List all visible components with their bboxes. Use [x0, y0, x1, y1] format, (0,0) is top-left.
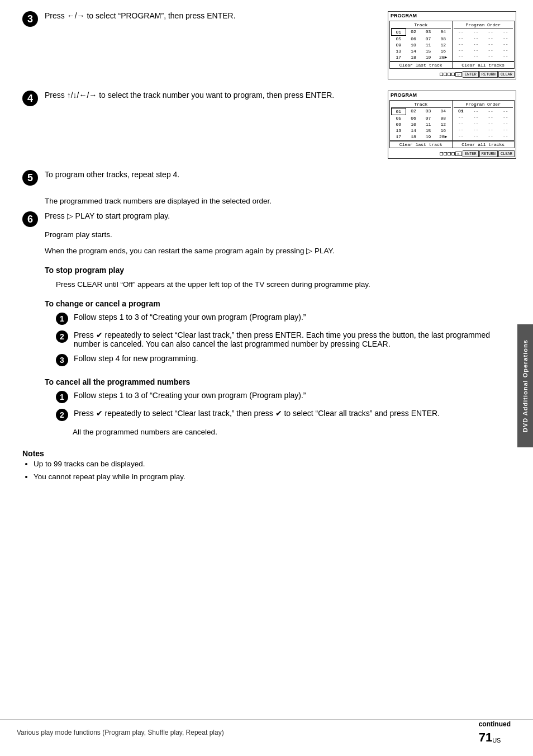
track-19: 19: [421, 54, 436, 60]
step4-left: 4 Press ↑/↓/←/→ to select the track numb…: [22, 91, 371, 106]
step6-sub2: When the program ends, you can restart t…: [45, 245, 516, 257]
change-cancel-step1-num: 1: [56, 313, 68, 325]
step5-text: To program other tracks, repeat step 4.: [45, 170, 179, 179]
o18: --: [468, 53, 483, 59]
track2-15: 15: [421, 127, 436, 134]
track2-18: 18: [406, 134, 421, 140]
track-14: 14: [406, 48, 421, 54]
step4-content: Press ↑/↓/←/→ to select the track number…: [45, 91, 371, 100]
ctrl-dot4: [451, 73, 455, 76]
footer-text: Various play mode functions (Program pla…: [17, 729, 224, 736]
program-box2-header: Track 01 02 03 04 05 06 07 08 09: [390, 101, 514, 141]
ctrl-dot2-2: [444, 152, 447, 155]
track-06: 06: [406, 36, 421, 42]
cancel-all-sub: All the programmed numbers are canceled.: [73, 427, 516, 438]
cancel-all-step2: 2 Press ✔ repeatedly to select “Clear la…: [56, 409, 516, 421]
order2-d5: --: [468, 114, 483, 120]
cancel-all-step1-text: Follow steps 1 to 3 of “Creating your ow…: [74, 391, 516, 400]
change-cancel-step3: 3 Follow step 4 for new programming.: [56, 354, 516, 366]
order2-d7: --: [498, 114, 513, 120]
track-09: 09: [391, 42, 406, 48]
track2-07: 07: [421, 115, 436, 121]
order2-d17: --: [468, 133, 483, 139]
track2-16: 16: [436, 127, 451, 134]
o16: --: [498, 47, 513, 53]
step4-wrapper: 4 Press ↑/↓/←/→ to select the track numb…: [22, 91, 516, 159]
step5-number: 5: [22, 170, 38, 186]
note-item-2: You cannot repeat play while in program …: [34, 471, 516, 484]
track2-04: 04: [436, 108, 451, 115]
program-display-2: PROGRAM Track 01 02 03 04 05 06: [388, 91, 516, 159]
program-box2-title: PROGRAM: [388, 91, 516, 99]
ctrl-enter2: ENTER: [463, 150, 479, 157]
step4-number: 4: [22, 91, 38, 106]
change-cancel-step2-text: Press ✔ repeatedly to select “Clear last…: [74, 330, 516, 348]
o4: --: [498, 29, 513, 35]
order2-d12: --: [454, 126, 469, 133]
cancel-all-step1: 1 Follow steps 1 to 3 of “Creating your …: [56, 391, 516, 403]
track-08: 08: [436, 36, 451, 42]
o9: --: [454, 41, 469, 47]
ctrl-dot3: [448, 73, 451, 76]
track-01: 01: [391, 29, 406, 36]
step6-text: Press ▷ PLAY to start program play.: [45, 211, 170, 220]
page-container: 3 Press ←/→ to select “PROGRAM”, then pr…: [0, 0, 533, 756]
track2-03: 03: [421, 108, 436, 115]
track-15: 15: [421, 48, 436, 54]
track2-06: 06: [406, 115, 421, 121]
clear-all-tracks2: Clear all tracks: [453, 141, 515, 148]
o1: --: [454, 29, 469, 35]
order2-d16: --: [454, 133, 469, 139]
order2-01: 01: [454, 108, 469, 114]
track2-05: 05: [391, 115, 406, 121]
program-box1-header: Track 01 02 03 04 05 06 07 08 09: [390, 21, 514, 62]
change-cancel-step2-num: 2: [56, 330, 68, 343]
order2-d1: --: [468, 108, 483, 114]
program-order-section2: Program Order 01 -- -- -- -- -- -- -- --: [453, 101, 515, 140]
track-03: 03: [421, 29, 436, 36]
track-02: 02: [406, 29, 421, 36]
change-cancel-step1-text: Follow steps 1 to 3 of “Creating your ow…: [74, 313, 516, 322]
program-controls1: ▷ ENTER RETURN CLEAR: [388, 70, 516, 79]
o17: --: [454, 53, 469, 59]
order2-d10: --: [483, 120, 498, 126]
cancel-all-step2-num: 2: [56, 409, 68, 421]
note-item-1: Up to 99 tracks can be displayed.: [34, 458, 516, 471]
track2-09: 09: [391, 121, 406, 127]
continued-label: continued: [479, 720, 511, 728]
track2-17: 17: [391, 134, 406, 140]
program-order-section: Program Order -- -- -- -- -- -- -- -- --: [453, 21, 515, 61]
ctrl-dot2-3: [448, 152, 451, 155]
order-header: Program Order: [454, 22, 513, 29]
order2-d19: --: [498, 133, 513, 139]
order-header2: Program Order: [454, 101, 513, 108]
track-16: 16: [436, 48, 451, 54]
page-number-box: 71 US: [479, 730, 511, 745]
track-07: 07: [421, 36, 436, 42]
track-header: Track: [391, 22, 451, 29]
ctrl-dots2: [440, 152, 455, 155]
o10: --: [468, 41, 483, 47]
track2-12: 12: [436, 121, 451, 127]
order2-d3: --: [498, 108, 513, 114]
step6-wrapper: 6 Press ▷ PLAY to start program play.: [22, 211, 516, 227]
program-box2-inner: Track 01 02 03 04 05 06 07 08 09: [389, 100, 515, 148]
track2-01: 01: [391, 108, 406, 115]
order-grid: -- -- -- -- -- -- -- -- -- -- --: [454, 29, 513, 59]
step4-text: Press ↑/↓/←/→ to select the track number…: [45, 91, 334, 100]
program-track-section2: Track 01 02 03 04 05 06 07 08 09: [390, 101, 453, 140]
ctrl-dot2-1: [440, 152, 443, 155]
o12: --: [498, 41, 513, 47]
track-20: 20►: [436, 54, 451, 60]
order2-d8: --: [454, 120, 469, 126]
step3-wrapper: 3 Press ←/→ to select “PROGRAM”, then pr…: [22, 11, 516, 79]
order2-d4: --: [454, 114, 469, 120]
page-number: 71: [479, 730, 492, 745]
step5-sub: The programmed track numbers are display…: [45, 196, 516, 207]
order-grid2: 01 -- -- -- -- -- -- -- -- -- --: [454, 108, 513, 139]
step6-content: Press ▷ PLAY to start program play.: [45, 211, 516, 220]
order2-d2: --: [483, 108, 498, 114]
track2-02: 02: [406, 108, 421, 115]
track-05: 05: [391, 36, 406, 42]
ctrl-dot2: [444, 73, 447, 76]
